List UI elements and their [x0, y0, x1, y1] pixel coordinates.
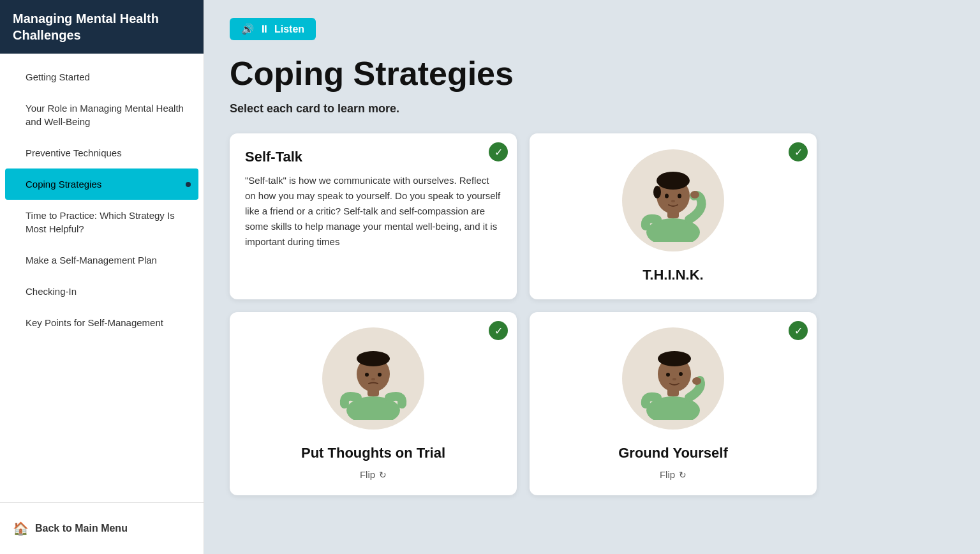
- back-button-label: Back to Main Menu: [35, 523, 128, 534]
- sidebar-item-coping[interactable]: Coping Strategies: [5, 168, 198, 200]
- svg-point-21: [679, 372, 683, 376]
- sidebar-header: Managing Mental Health Challenges: [0, 0, 204, 54]
- flip-button-put-thoughts[interactable]: Flip ↻: [360, 469, 387, 480]
- sidebar-item-self-management[interactable]: Make a Self-Management Plan: [0, 244, 204, 276]
- page-subtitle: Select each card to learn more.: [230, 102, 954, 116]
- svg-point-23: [692, 377, 701, 385]
- svg-point-6: [678, 194, 681, 198]
- sidebar-item-label-coping: Coping Strategies: [26, 177, 101, 191]
- svg-point-19: [658, 351, 691, 366]
- svg-point-22: [672, 378, 676, 380]
- ground-yourself-avatar: [622, 327, 724, 430]
- sidebar-nav: Getting StartedYour Role in Managing Men…: [0, 54, 204, 502]
- self-talk-text: "Self-talk" is how we communicate with o…: [245, 173, 501, 250]
- listen-label: Listen: [274, 24, 304, 35]
- sidebar-item-label-your-role: Your Role in Managing Mental Health and …: [26, 101, 191, 128]
- sidebar-item-preventive[interactable]: Preventive Techniques: [0, 137, 204, 168]
- put-thoughts-avatar: [322, 327, 424, 430]
- sidebar-item-label-getting-started: Getting Started: [26, 70, 90, 84]
- main-content: 🔊 ⏸ Listen Coping Strategies Select each…: [204, 0, 980, 554]
- sidebar-item-checking-in[interactable]: Checking-In: [0, 276, 204, 307]
- page-title: Coping Strategies: [230, 56, 954, 92]
- check-badge-put-thoughts: ✓: [489, 321, 508, 340]
- svg-point-13: [365, 373, 369, 377]
- card-put-thoughts[interactable]: ✓: [230, 312, 517, 495]
- svg-point-4: [653, 186, 661, 198]
- speaker-icon: 🔊: [241, 23, 254, 35]
- active-indicator: [186, 182, 191, 187]
- home-icon: 🏠: [13, 521, 29, 536]
- sidebar: Managing Mental Health Challenges Gettin…: [0, 0, 204, 554]
- sidebar-title: Managing Mental Health Challenges: [13, 10, 191, 43]
- svg-point-3: [657, 172, 690, 190]
- self-talk-title: Self-Talk: [245, 149, 501, 165]
- pause-icon: ⏸: [259, 24, 269, 35]
- sidebar-item-label-checking-in: Checking-In: [26, 285, 77, 298]
- sidebar-item-label-self-management: Make a Self-Management Plan: [26, 253, 157, 267]
- sidebar-item-getting-started[interactable]: Getting Started: [0, 61, 204, 93]
- svg-point-12: [357, 351, 390, 366]
- ground-yourself-label: Ground Yourself: [618, 445, 728, 461]
- flip-icon-put-thoughts: ↻: [379, 470, 387, 480]
- card-think[interactable]: ✓: [530, 133, 817, 299]
- think-label: T.H.I.N.K.: [642, 267, 703, 283]
- card-ground-yourself[interactable]: ✓: [530, 312, 817, 495]
- sidebar-item-label-key-points: Key Points for Self-Management: [26, 316, 163, 329]
- check-badge-self-talk: ✓: [489, 142, 508, 161]
- flip-label-ground-yourself: Flip: [660, 469, 675, 480]
- cards-grid: ✓ Self-Talk "Self-talk" is how we commun…: [230, 133, 817, 495]
- check-badge-think: ✓: [789, 142, 808, 161]
- flip-button-ground-yourself[interactable]: Flip ↻: [660, 469, 687, 480]
- check-badge-ground-yourself: ✓: [789, 321, 808, 340]
- flip-icon-ground-yourself: ↻: [679, 470, 687, 480]
- svg-point-8: [671, 200, 675, 202]
- svg-point-5: [665, 194, 669, 198]
- put-thoughts-label: Put Thoughts on Trial: [301, 445, 445, 461]
- sidebar-item-label-time-to-practice: Time to Practice: Which Strategy Is Most…: [26, 209, 191, 236]
- card-self-talk[interactable]: ✓ Self-Talk "Self-talk" is how we commun…: [230, 133, 517, 299]
- sidebar-item-time-to-practice[interactable]: Time to Practice: Which Strategy Is Most…: [0, 200, 204, 244]
- flip-label-put-thoughts: Flip: [360, 469, 375, 480]
- sidebar-item-label-preventive: Preventive Techniques: [26, 146, 122, 160]
- listen-button[interactable]: 🔊 ⏸ Listen: [230, 18, 316, 40]
- sidebar-item-your-role[interactable]: Your Role in Managing Mental Health and …: [0, 93, 204, 137]
- svg-point-20: [666, 373, 670, 377]
- svg-point-14: [378, 373, 382, 377]
- think-avatar: [622, 149, 724, 251]
- sidebar-item-key-points[interactable]: Key Points for Self-Management: [0, 307, 204, 338]
- svg-point-7: [690, 191, 699, 198]
- sidebar-footer: 🏠 Back to Main Menu: [0, 502, 204, 554]
- back-to-main-button[interactable]: 🏠 Back to Main Menu: [13, 516, 191, 541]
- svg-point-15: [371, 378, 375, 380]
